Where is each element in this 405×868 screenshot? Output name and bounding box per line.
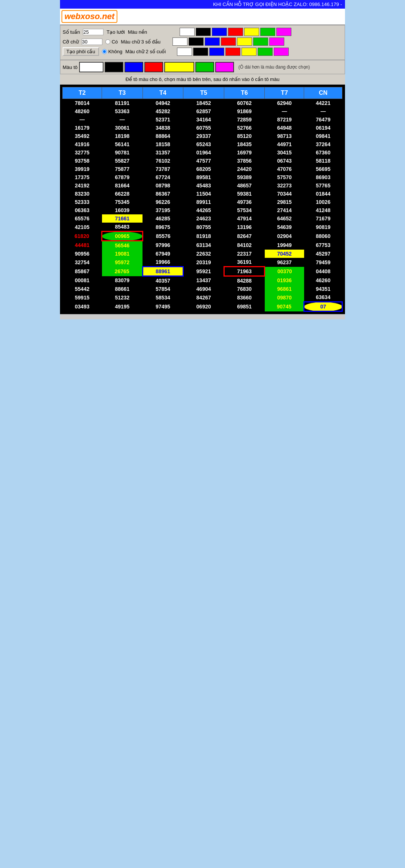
table-cell[interactable]: 88060 (304, 232, 342, 241)
table-cell[interactable]: 86367 (142, 190, 183, 198)
paint-yellow[interactable] (164, 62, 194, 72)
table-cell[interactable]: 16039 (102, 206, 143, 214)
table-row[interactable]: 4826053363452826285791869—— (63, 107, 342, 115)
swatch2-red[interactable] (225, 48, 240, 56)
table-cell[interactable]: 24420 (224, 165, 265, 173)
swatch2-magenta[interactable] (274, 48, 289, 56)
table-row[interactable]: 03493491959749506920698519074507 (63, 302, 342, 311)
table-cell[interactable]: 90956 (63, 250, 102, 258)
table-cell[interactable]: 85576 (142, 232, 183, 241)
table-cell[interactable]: 48657 (224, 181, 265, 190)
table-cell[interactable]: 04942 (142, 99, 183, 108)
table-cell[interactable]: 24623 (183, 214, 224, 223)
table-row[interactable]: 32775907813135701964169793041567360 (63, 148, 342, 157)
table-cell[interactable]: 45297 (304, 250, 342, 258)
table-cell[interactable]: 00370 (265, 267, 304, 276)
table-cell[interactable]: 46285 (142, 214, 183, 223)
table-cell[interactable]: 95972 (102, 258, 143, 267)
table-cell[interactable]: 07 (304, 302, 342, 311)
table-cell[interactable]: 58534 (142, 293, 183, 302)
table-cell[interactable]: 57854 (142, 285, 183, 293)
table-cell[interactable]: 37856 (224, 157, 265, 165)
table-cell[interactable]: 24192 (63, 181, 102, 190)
table-cell[interactable]: 67949 (142, 250, 183, 258)
swatch3-blue[interactable] (205, 37, 220, 46)
table-cell[interactable]: 56141 (102, 140, 143, 148)
table-row[interactable]: 61820009658557681918826470290488060 (63, 232, 342, 241)
table-cell[interactable]: — (63, 115, 102, 124)
table-cell[interactable]: 52371 (142, 115, 183, 124)
table-cell[interactable]: 52766 (224, 124, 265, 132)
table-cell[interactable]: 04408 (304, 267, 342, 276)
table-cell[interactable]: 89911 (183, 198, 224, 206)
table-cell[interactable]: 69851 (224, 302, 265, 311)
table-row[interactable]: 35492181988886429337851209871309841 (63, 132, 342, 140)
table-cell[interactable]: 79459 (304, 258, 342, 267)
tao-phoi-cau-button[interactable]: Tạo phôi cầu (63, 47, 99, 56)
table-cell[interactable]: 44481 (63, 241, 102, 250)
table-row[interactable]: 42105854838967580755131965463990819 (63, 223, 342, 232)
table-cell[interactable]: 88864 (142, 132, 183, 140)
table-cell[interactable]: 40357 (142, 276, 183, 285)
swatch-black[interactable] (196, 28, 211, 36)
table-cell[interactable]: 55442 (63, 285, 102, 293)
co-chu-input[interactable] (82, 39, 102, 45)
table-cell[interactable]: 39919 (63, 165, 102, 173)
paint-green[interactable] (195, 62, 214, 72)
table-cell[interactable]: 01964 (183, 148, 224, 157)
table-cell[interactable]: 76102 (142, 157, 183, 165)
table-cell[interactable]: 41916 (63, 140, 102, 148)
table-cell[interactable]: 67879 (102, 173, 143, 181)
table-cell[interactable]: 73787 (142, 165, 183, 173)
table-cell[interactable]: 87219 (265, 115, 304, 124)
table-cell[interactable]: 82647 (224, 232, 265, 241)
table-cell[interactable]: 67724 (142, 173, 183, 181)
table-cell[interactable]: 09841 (304, 132, 342, 140)
table-cell[interactable]: 57570 (265, 173, 304, 181)
table-cell[interactable]: 19966 (142, 258, 183, 267)
table-row[interactable]: 32754959721996620319361919623779459 (63, 258, 342, 267)
table-cell[interactable]: — (102, 115, 143, 124)
table-cell[interactable]: 98713 (265, 132, 304, 140)
table-cell[interactable]: 84267 (183, 293, 224, 302)
table-cell[interactable]: 18198 (102, 132, 143, 140)
table-cell[interactable]: 47076 (265, 165, 304, 173)
table-cell[interactable]: 27414 (265, 206, 304, 214)
table-cell[interactable]: 67360 (304, 148, 342, 157)
table-row[interactable]: 00081830794035713437842880193646260 (63, 276, 342, 285)
table-cell[interactable]: 37264 (304, 140, 342, 148)
table-cell[interactable]: 44971 (265, 140, 304, 148)
table-row[interactable]: 90956190816794922632223177045245297 (63, 250, 342, 258)
table-cell[interactable]: 06920 (183, 302, 224, 311)
table-cell[interactable]: — (304, 107, 342, 115)
table-cell[interactable]: 96237 (265, 258, 304, 267)
swatch-green[interactable] (260, 28, 275, 36)
table-cell[interactable]: 00081 (63, 276, 102, 285)
table-cell[interactable]: 65243 (183, 140, 224, 148)
table-cell[interactable]: 57765 (304, 181, 342, 190)
table-cell[interactable]: 62857 (183, 107, 224, 115)
table-cell[interactable]: 32273 (265, 181, 304, 190)
table-cell[interactable]: 48260 (63, 107, 102, 115)
table-cell[interactable]: 19081 (102, 250, 143, 258)
table-cell[interactable]: 64948 (265, 124, 304, 132)
table-cell[interactable]: 29815 (265, 198, 304, 206)
table-cell[interactable]: 94351 (304, 285, 342, 293)
swatch3-yellow[interactable] (237, 37, 252, 46)
table-cell[interactable]: 63134 (183, 241, 224, 250)
table-cell[interactable]: 52333 (63, 198, 102, 206)
table-cell[interactable]: 89581 (183, 173, 224, 181)
table-row[interactable]: ——5237134164728598721976479 (63, 115, 342, 124)
table-cell[interactable]: 06363 (63, 206, 102, 214)
table-cell[interactable]: 16179 (63, 124, 102, 132)
table-cell[interactable]: 63634 (304, 293, 342, 302)
table-cell[interactable]: 22632 (183, 250, 224, 258)
table-cell[interactable]: 86903 (304, 173, 342, 181)
table-cell[interactable]: 85867 (63, 267, 102, 276)
table-cell[interactable]: 62940 (265, 99, 304, 108)
table-row[interactable]: 39919758777378768205244204707656695 (63, 165, 342, 173)
table-cell[interactable]: 88661 (102, 285, 143, 293)
swatch-blue[interactable] (212, 28, 227, 36)
table-cell[interactable]: 91869 (224, 107, 265, 115)
table-cell[interactable]: 81191 (102, 99, 143, 108)
